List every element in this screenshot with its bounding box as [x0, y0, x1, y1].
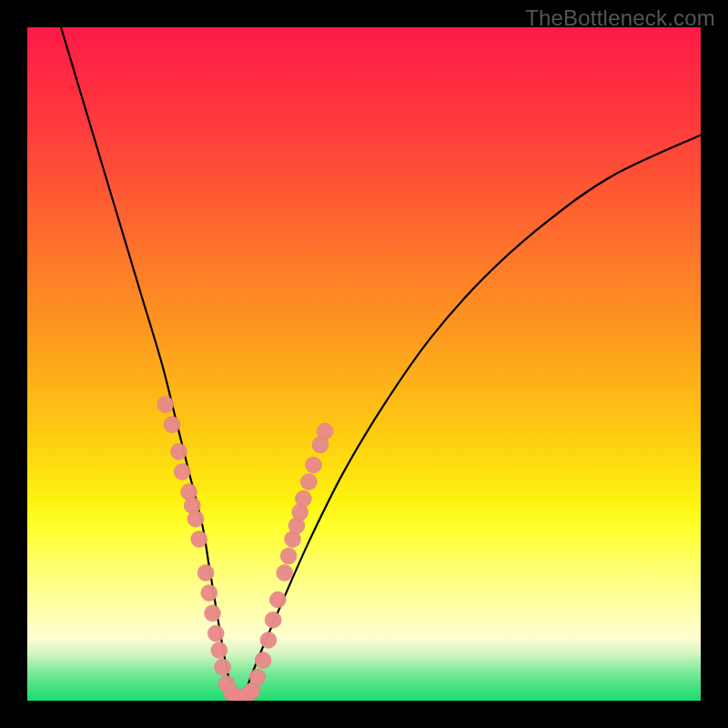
- watermark-text: TheBottleneck.com: [525, 5, 715, 31]
- marker-dot: [205, 605, 221, 622]
- curve-layer: [27, 27, 701, 701]
- marker-dot: [191, 531, 207, 547]
- marker-dot: [295, 490, 311, 507]
- marker-dot: [255, 652, 271, 669]
- marker-dot: [269, 592, 286, 608]
- marker-dot: [249, 669, 266, 685]
- marker-dot: [174, 463, 190, 480]
- marker-dot: [265, 612, 281, 628]
- marker-dot: [157, 396, 174, 412]
- marker-dot: [164, 417, 180, 433]
- marker-dot: [211, 642, 228, 659]
- marker-dot: [260, 632, 277, 648]
- marker-dot: [187, 511, 204, 527]
- marker-dot: [207, 625, 224, 642]
- marker-dot: [197, 564, 214, 581]
- marker-dot: [171, 443, 187, 460]
- plot-area: [27, 27, 701, 701]
- marker-dot: [300, 474, 317, 490]
- bottleneck-curve: [61, 27, 701, 701]
- marker-dot: [280, 548, 297, 564]
- marker-dot: [317, 423, 333, 440]
- marker-dot: [215, 659, 231, 675]
- chart-frame: TheBottleneck.com: [0, 0, 728, 728]
- marker-dot: [306, 457, 322, 473]
- marker-dot: [201, 585, 217, 602]
- marker-dot: [277, 564, 293, 581]
